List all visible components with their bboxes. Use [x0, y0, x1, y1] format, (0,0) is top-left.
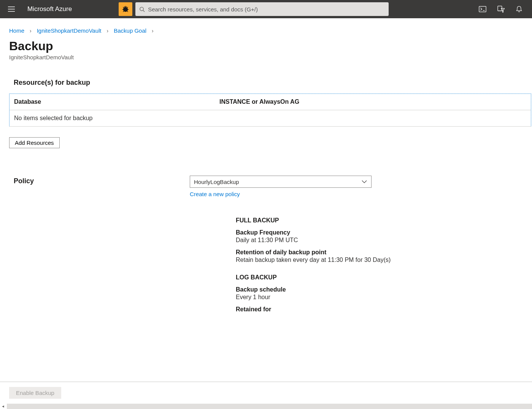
search-input[interactable]	[148, 6, 385, 13]
svg-line-9	[123, 11, 124, 12]
scroll-track[interactable]	[7, 404, 532, 409]
full-backup-heading: FULL BACKUP	[236, 217, 527, 224]
resources-heading: Resource(s) for backup	[14, 79, 527, 87]
add-resources-button[interactable]: Add Resources	[9, 137, 60, 148]
brand-label[interactable]: Microsoft Azure	[27, 5, 72, 13]
bug-icon	[121, 5, 130, 13]
cloud-shell-button[interactable]	[475, 2, 490, 17]
hamburger-icon	[8, 6, 15, 12]
column-header-database: Database	[14, 98, 219, 105]
retention-value: Retain backup taken every day at 11:30 P…	[236, 257, 527, 263]
breadcrumb-link[interactable]: Home	[9, 27, 24, 34]
policy-row: Policy HourlyLogBackup Create a new poli…	[14, 176, 527, 197]
bell-icon	[515, 6, 523, 13]
chevron-right-icon: ›	[152, 28, 154, 34]
notifications-button[interactable]	[511, 2, 527, 17]
topbar: Microsoft Azure	[0, 0, 532, 18]
bottom-bar: Enable Backup	[0, 382, 532, 404]
svg-line-14	[143, 10, 145, 12]
policy-label: Policy	[14, 176, 190, 185]
svg-line-12	[126, 6, 127, 8]
backup-schedule-value: Every 1 hour	[236, 294, 527, 301]
policy-details: FULL BACKUP Backup Frequency Daily at 11…	[236, 217, 527, 313]
policy-selected-value: HourlyLogBackup	[194, 179, 239, 185]
resource-table: Database INSTANCE or AlwaysOn AG No item…	[9, 94, 531, 127]
chevron-right-icon: ›	[107, 28, 109, 34]
filter-icon	[497, 6, 505, 13]
policy-control: HourlyLogBackup Create a new policy	[190, 176, 527, 197]
log-backup-heading: LOG BACKUP	[236, 274, 527, 281]
retained-for-label: Retained for	[236, 306, 527, 313]
table-header-row: Database INSTANCE or AlwaysOn AG	[10, 94, 531, 110]
backup-schedule-label: Backup schedule	[236, 286, 527, 293]
chevron-down-icon	[361, 180, 367, 184]
search-icon	[139, 6, 145, 12]
svg-line-10	[127, 11, 128, 12]
retention-label: Retention of daily backup point	[236, 249, 527, 256]
content-area: Resource(s) for backup Database INSTANCE…	[0, 60, 532, 320]
topbar-actions	[475, 2, 528, 17]
svg-line-7	[123, 7, 124, 8]
breadcrumb-link[interactable]: IgniteShopkartDemoVault	[37, 27, 102, 34]
svg-point-13	[140, 7, 143, 10]
breadcrumb: Home › IgniteShopkartDemoVault › Backup …	[0, 18, 532, 34]
enable-backup-button[interactable]: Enable Backup	[9, 387, 61, 399]
breadcrumb-link[interactable]: Backup Goal	[114, 27, 146, 34]
backup-frequency-label: Backup Frequency	[236, 229, 527, 236]
table-empty-row: No items selected for backup	[10, 110, 531, 126]
directory-filter-button[interactable]	[493, 2, 508, 17]
page-title: Backup	[9, 39, 523, 53]
menu-toggle[interactable]	[4, 2, 19, 17]
page-header: Backup IgniteShopkartDemoVault	[0, 34, 532, 60]
chevron-right-icon: ›	[30, 28, 32, 34]
svg-line-8	[127, 7, 128, 8]
svg-rect-15	[479, 6, 486, 12]
backup-frequency-value: Daily at 11:30 PM UTC	[236, 237, 527, 244]
page-subtitle: IgniteShopkartDemoVault	[9, 54, 523, 60]
policy-select[interactable]: HourlyLogBackup	[190, 176, 372, 188]
cloud-shell-icon	[479, 6, 486, 13]
report-bug-button[interactable]	[119, 2, 132, 16]
search-bar[interactable]	[135, 2, 389, 16]
column-header-instance: INSTANCE or AlwaysOn AG	[219, 98, 526, 105]
svg-line-11	[124, 6, 125, 8]
horizontal-scrollbar[interactable]: ◄	[0, 404, 532, 409]
scroll-left-arrow[interactable]: ◄	[0, 404, 6, 409]
create-policy-link[interactable]: Create a new policy	[190, 191, 240, 197]
